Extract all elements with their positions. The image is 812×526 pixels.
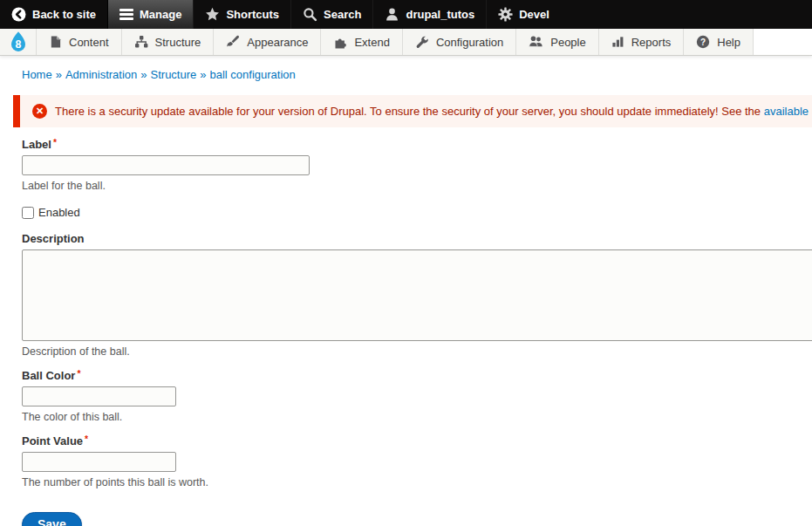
gear-icon <box>498 7 513 22</box>
breadcrumb: Home»Administration»Structure»ball confi… <box>22 68 812 81</box>
description-field-label: Description <box>22 232 85 245</box>
description-field-description: Description of the ball. <box>22 345 812 358</box>
user-icon <box>385 7 399 22</box>
label-input[interactable] <box>22 155 310 175</box>
wrench-icon <box>415 35 429 49</box>
back-to-site-button[interactable]: Back to site <box>0 0 107 29</box>
admin-toolbar: Back to site Manage Shortcuts Search dru… <box>0 0 812 29</box>
point-value-field-label: Point Value* <box>22 434 88 447</box>
ball-color-form-item: Ball Color* The color of this ball. <box>22 369 812 423</box>
point-value-field-description: The number of points this ball is worth. <box>22 476 812 488</box>
search-button[interactable]: Search <box>290 0 372 29</box>
ball-color-field-label: Ball Color* <box>22 369 80 382</box>
search-label: Search <box>324 8 361 21</box>
tray-label-people: People <box>550 36 585 49</box>
tray-label-extend: Extend <box>354 36 389 49</box>
search-icon <box>303 7 317 22</box>
security-update-error-message: ✕ There is a security update available f… <box>13 95 812 127</box>
tray-label-structure: Structure <box>155 36 201 49</box>
star-icon <box>205 7 220 22</box>
puzzle-icon <box>333 35 347 49</box>
label-field-description: Label for the ball. <box>22 180 812 192</box>
tray-label-help: Help <box>717 36 740 49</box>
tray-item-help[interactable]: ? Help <box>683 29 754 55</box>
enabled-checkbox[interactable] <box>22 207 34 219</box>
description-textarea[interactable] <box>22 249 812 341</box>
hamburger-icon <box>119 7 133 22</box>
breadcrumb-home[interactable]: Home <box>22 68 52 81</box>
manage-label: Manage <box>140 8 181 21</box>
tray-label-reports: Reports <box>631 36 672 49</box>
label-field-label: Label* <box>22 138 57 151</box>
ball-color-input[interactable] <box>22 386 176 406</box>
help-icon: ? <box>696 35 710 49</box>
paintbrush-icon <box>226 35 240 49</box>
tray-item-people[interactable]: People <box>515 29 597 55</box>
ball-color-field-description: The color of this ball. <box>22 411 812 423</box>
tray-item-reports[interactable]: Reports <box>598 29 684 55</box>
back-to-site-label: Back to site <box>32 8 96 21</box>
breadcrumb-administration[interactable]: Administration <box>65 68 137 81</box>
shortcuts-button[interactable]: Shortcuts <box>193 0 290 29</box>
ball-configuration-form: Label* Label for the ball. Enabled Descr… <box>22 138 812 526</box>
breadcrumb-structure[interactable]: Structure <box>151 68 197 81</box>
drupal-logo[interactable]: 8 <box>0 29 36 55</box>
point-value-form-item: Point Value* The number of points this b… <box>22 434 812 488</box>
devel-label: Devel <box>519 8 549 21</box>
file-icon <box>49 35 62 49</box>
tray-item-content[interactable]: Content <box>36 29 121 55</box>
required-asterisk: * <box>53 138 57 147</box>
back-arrow-icon <box>11 7 26 22</box>
tray-label-content: Content <box>69 36 109 49</box>
page-content: Home»Administration»Structure»ball confi… <box>0 56 812 526</box>
tray-item-configuration[interactable]: Configuration <box>402 29 515 55</box>
admin-menu-tray: 8 Content Structure Appearance Extend <box>0 29 812 56</box>
tray-label-appearance: Appearance <box>247 36 308 49</box>
tray-item-appearance[interactable]: Appearance <box>213 29 320 55</box>
description-form-item: Description Description of the ball. <box>22 232 812 358</box>
svg-text:?: ? <box>700 38 706 47</box>
username-label: drupal_tutos <box>406 8 474 21</box>
label-form-item: Label* Label for the ball. <box>22 138 812 192</box>
tray-label-configuration: Configuration <box>436 36 503 49</box>
available-updates-link[interactable]: available updates <box>764 105 812 118</box>
manage-tab[interactable]: Manage <box>107 0 193 29</box>
tray-item-extend[interactable]: Extend <box>320 29 401 55</box>
people-icon <box>529 35 543 49</box>
devel-button[interactable]: Devel <box>486 0 561 29</box>
required-asterisk: * <box>77 369 80 379</box>
svg-text:8: 8 <box>15 38 21 51</box>
breadcrumb-current-page[interactable]: ball configuration <box>210 68 296 81</box>
sitemap-icon <box>134 35 148 49</box>
enabled-checkbox-label[interactable]: Enabled <box>38 206 80 219</box>
point-value-input[interactable] <box>22 452 176 472</box>
required-asterisk: * <box>85 434 88 444</box>
error-message-text: There is a security update available for… <box>55 105 812 118</box>
save-button[interactable]: Save <box>22 512 82 526</box>
tray-item-structure[interactable]: Structure <box>121 29 214 55</box>
enabled-form-item: Enabled <box>22 206 812 219</box>
bar-chart-icon <box>611 35 624 49</box>
error-x-circle-icon: ✕ <box>32 104 47 119</box>
shortcuts-label: Shortcuts <box>226 8 279 21</box>
user-account-button[interactable]: drupal_tutos <box>372 0 486 29</box>
